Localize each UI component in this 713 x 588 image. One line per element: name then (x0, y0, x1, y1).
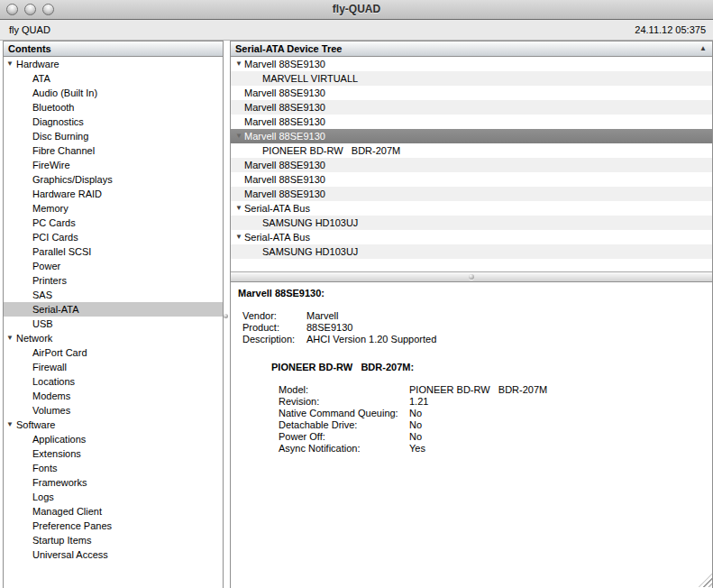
sidebar-item[interactable]: Network (4, 331, 223, 345)
sidebar-item[interactable]: Power (4, 259, 223, 273)
sidebar-item[interactable]: Fonts (4, 461, 223, 475)
device-tree-row[interactable]: Serial-ATA Bus (231, 230, 712, 244)
device-tree-header[interactable]: Serial-ATA Device Tree▲ (231, 41, 712, 57)
sidebar-item-label: Software (16, 419, 55, 430)
sidebar-item[interactable]: Diagnostics (4, 115, 223, 129)
device-tree-row[interactable]: Marvell 88SE9130 (231, 57, 712, 71)
sidebar-item[interactable]: Graphics/Displays (4, 172, 223, 187)
sidebar-item-label: Audio (Built In) (32, 87, 97, 98)
sidebar-item[interactable]: Preference Panes (4, 519, 223, 533)
sidebar-item[interactable]: Disc Burning (4, 129, 223, 143)
disclosure-triangle-icon[interactable] (235, 201, 242, 216)
sidebar-item[interactable]: ATA (4, 71, 223, 86)
sidebar-item-label: AirPort Card (32, 347, 87, 358)
sidebar-item[interactable]: Universal Access (4, 547, 223, 562)
device-tree-row[interactable]: Serial-ATA Bus (231, 201, 712, 216)
sidebar-item[interactable]: Hardware RAID (4, 187, 223, 201)
sidebar-item[interactable]: Printers (4, 273, 223, 288)
sidebar-item-label: Applications (32, 434, 86, 445)
details-field-label: Revision: (279, 396, 409, 408)
sidebar-item[interactable]: Logs (4, 490, 223, 504)
device-tree-row[interactable]: Marvell 88SE9130 (231, 86, 712, 100)
sidebar-item[interactable]: USB (4, 317, 223, 331)
device-tree-row-label: Serial-ATA Bus (244, 232, 310, 243)
device-tree-header-label: Serial-ATA Device Tree (235, 43, 342, 54)
disclosure-triangle-icon[interactable] (235, 57, 242, 71)
details-line: Power Off:No (231, 431, 712, 443)
sidebar-item[interactable]: Parallel SCSI (4, 244, 223, 259)
zoom-button[interactable] (42, 4, 54, 15)
device-tree-row[interactable]: PIONEER BD-RW BDR-207M (231, 143, 712, 158)
device-tree-row[interactable]: SAMSUNG HD103UJ (231, 216, 712, 230)
details-line (231, 373, 712, 384)
device-tree-row-label: Marvell 88SE9130 (244, 131, 325, 142)
horizontal-splitter[interactable] (231, 271, 712, 282)
sidebar-item[interactable]: FireWire (4, 158, 223, 172)
details-field-label: Native Command Queuing: (279, 408, 409, 419)
device-tree-row[interactable]: Marvell 88SE9130 (231, 129, 712, 143)
device-tree-row-label: Marvell 88SE9130 (244, 188, 325, 199)
device-tree-row[interactable]: MARVELL VIRTUALL (231, 71, 712, 86)
disclosure-triangle-icon[interactable] (235, 230, 242, 244)
minimize-button[interactable] (24, 4, 36, 15)
device-tree-row-label: Serial-ATA Bus (244, 203, 310, 214)
details-field-value: AHCI Version 1.20 Supported (306, 334, 436, 345)
sidebar-item[interactable]: Hardware (4, 57, 223, 71)
device-tree-row[interactable]: Marvell 88SE9130 (231, 187, 712, 201)
sidebar-item-label: PCI Cards (32, 232, 78, 243)
device-tree-row-label: SAMSUNG HD103UJ (262, 217, 358, 228)
sidebar-item[interactable]: Startup Items (4, 533, 223, 547)
device-tree-row[interactable]: SAMSUNG HD103UJ (231, 244, 712, 259)
device-tree-row-label: Marvell 88SE9130 (244, 102, 325, 113)
vertical-splitter-dimple-icon[interactable] (224, 314, 228, 318)
contents-panel: Contents Hardware ATA Audio (Built In) B… (3, 41, 224, 588)
sidebar-item-label: Printers (32, 275, 67, 286)
system-profiler-window: fly-QUAD fly QUAD 24.11.12 05:375 Conten… (0, 0, 713, 588)
device-tree-row[interactable]: Marvell 88SE9130 (231, 115, 712, 129)
sidebar-item[interactable]: Firewall (4, 360, 223, 374)
disclosure-triangle-icon[interactable] (6, 57, 14, 71)
details-line: Async Notification:Yes (231, 443, 712, 455)
device-tree-row[interactable]: Marvell 88SE9130 (231, 100, 712, 115)
sidebar-item-label: Power (32, 261, 60, 271)
device-tree-row-label: SAMSUNG HD103UJ (262, 246, 358, 257)
sidebar-item[interactable]: Audio (Built In) (4, 86, 223, 100)
sidebar-item[interactable]: Frameworks (4, 475, 223, 490)
sidebar-item[interactable]: Fibre Channel (4, 143, 223, 158)
sidebar-item[interactable]: Memory (4, 201, 223, 216)
sidebar-item-label: Fonts (32, 463, 58, 473)
sidebar-item[interactable]: Managed Client (4, 504, 223, 519)
sidebar-item[interactable]: SAS (4, 288, 223, 302)
details-line: Model:PIONEER BD-RW BDR-207M (231, 384, 712, 396)
details-field-label: Power Off: (279, 431, 409, 443)
sidebar-item[interactable]: Software (4, 418, 223, 432)
sidebar-item[interactable]: PCI Cards (4, 230, 223, 244)
sidebar-item[interactable]: AirPort Card (4, 345, 223, 360)
details-line: Product:88SE9130 (231, 322, 712, 334)
disclosure-triangle-icon[interactable] (6, 331, 14, 345)
sidebar-item-label: Serial-ATA (32, 304, 79, 315)
close-button[interactable] (6, 4, 18, 15)
details-field-value: No (409, 419, 422, 430)
sidebar-item[interactable]: Modems (4, 389, 223, 403)
sidebar-item[interactable]: Serial-ATA (4, 302, 223, 317)
details-field-label: Vendor: (242, 310, 306, 322)
sidebar-item-label: Modems (32, 390, 70, 401)
computer-name: fly QUAD (9, 20, 50, 40)
details-line: PIONEER BD-RW BDR-207M: (231, 362, 712, 373)
sidebar-item-label: Diagnostics (32, 116, 84, 127)
disclosure-triangle-icon[interactable] (6, 418, 14, 432)
title-bar[interactable]: fly-QUAD (0, 0, 713, 20)
disclosure-triangle-icon[interactable] (235, 129, 242, 143)
sidebar-item[interactable]: Locations (4, 374, 223, 389)
sidebar-item[interactable]: Volumes (4, 403, 223, 418)
sidebar-item[interactable]: PC Cards (4, 216, 223, 230)
splitter-dimple-icon[interactable] (469, 274, 474, 280)
device-tree-row[interactable]: Marvell 88SE9130 (231, 158, 712, 172)
sidebar-item[interactable]: Applications (4, 432, 223, 446)
contents-header: Contents (4, 41, 223, 57)
sidebar-item-label: Frameworks (32, 477, 87, 488)
sidebar-item[interactable]: Extensions (4, 446, 223, 461)
sidebar-item[interactable]: Bluetooth (4, 100, 223, 115)
device-tree-row[interactable]: Marvell 88SE9130 (231, 172, 712, 187)
